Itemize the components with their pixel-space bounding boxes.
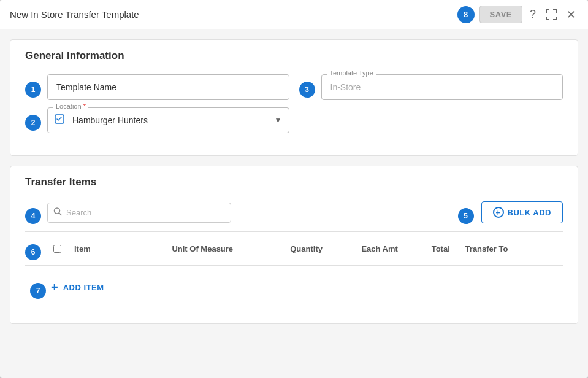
modal: New In Store Transfer Template 8 SAVE ? … bbox=[0, 0, 588, 378]
th-each-amt: Each Amt bbox=[343, 244, 416, 253]
step-2-badge: 2 bbox=[25, 115, 41, 131]
search-bulk-row: 4 5 + BULK A bbox=[25, 201, 563, 224]
step-7-badge: 7 bbox=[30, 283, 46, 299]
select-all-checkbox[interactable] bbox=[53, 245, 61, 253]
modal-header: New In Store Transfer Template 8 SAVE ? … bbox=[0, 0, 588, 29]
transfer-items-section: Transfer Items 4 bbox=[10, 166, 578, 324]
add-item-plus-icon: + bbox=[51, 280, 58, 295]
template-type-input[interactable] bbox=[321, 74, 563, 100]
step-1-badge: 1 bbox=[25, 82, 41, 98]
step-5-badge: 5 bbox=[458, 208, 474, 224]
add-item-row: 7 + ADD ITEM bbox=[25, 266, 563, 309]
bulk-add-plus-icon: + bbox=[493, 207, 504, 218]
th-transfer-to: Transfer To bbox=[465, 244, 563, 253]
help-button[interactable]: ? bbox=[527, 6, 538, 23]
search-with-step: 4 bbox=[25, 201, 231, 224]
location-field: Location Hamburger Hunters bbox=[47, 107, 289, 133]
save-button[interactable]: SAVE bbox=[479, 6, 522, 23]
template-type-wrapper: 3 Template Type bbox=[299, 74, 563, 100]
step-6-badge: 6 bbox=[25, 244, 41, 260]
step-4-badge: 4 bbox=[25, 208, 41, 224]
modal-title: New In Store Transfer Template bbox=[10, 9, 139, 20]
general-info-section: General Information 1 3 Template Type bbox=[10, 39, 578, 156]
location-wrapper: 2 Location Hamburger Hunters bbox=[25, 107, 289, 133]
close-button[interactable]: ✕ bbox=[564, 6, 578, 24]
search-icon bbox=[53, 207, 62, 218]
template-type-label: Template Type bbox=[327, 69, 376, 77]
th-unit-of-measure: Unit Of Measure bbox=[172, 244, 269, 253]
svg-line-2 bbox=[59, 213, 62, 215]
th-quantity: Quantity bbox=[270, 244, 343, 253]
template-type-field: Template Type bbox=[321, 74, 563, 100]
th-item: Item bbox=[74, 244, 172, 253]
template-name-input[interactable] bbox=[47, 74, 289, 100]
close-icon: ✕ bbox=[567, 8, 576, 21]
transfer-items-title: Transfer Items bbox=[25, 176, 563, 188]
header-actions: 8 SAVE ? ✕ bbox=[457, 6, 578, 24]
search-actions: 5 + BULK ADD bbox=[458, 201, 563, 224]
modal-body: General Information 1 3 Template Type bbox=[0, 29, 588, 378]
table-header: 6 Item Unit Of Measure Quantity Each Amt… bbox=[25, 231, 563, 266]
location-row: 2 Location Hamburger Hunters bbox=[25, 107, 563, 133]
search-wrapper bbox=[47, 202, 231, 223]
step6-check-wrapper: 6 bbox=[25, 237, 74, 260]
step-badge-8: 8 bbox=[457, 6, 475, 23]
fullscreen-icon bbox=[546, 9, 557, 20]
th-checkbox-col bbox=[45, 245, 69, 253]
search-input[interactable] bbox=[47, 202, 231, 223]
add-item-label[interactable]: ADD ITEM bbox=[63, 283, 104, 292]
step-3-badge: 3 bbox=[299, 82, 315, 98]
template-name-wrapper: 1 bbox=[25, 74, 289, 100]
help-icon: ? bbox=[530, 8, 536, 21]
location-select-wrapper: Hamburger Hunters ▼ bbox=[47, 107, 289, 133]
location-edit-icon bbox=[55, 114, 64, 126]
template-name-field bbox=[47, 74, 289, 100]
general-info-title: General Information bbox=[25, 50, 563, 62]
th-total: Total bbox=[416, 244, 465, 253]
template-name-type-row: 1 3 Template Type bbox=[25, 74, 563, 100]
bulk-add-button[interactable]: + BULK ADD bbox=[481, 201, 563, 223]
fullscreen-button[interactable] bbox=[543, 7, 559, 23]
bulk-add-label: BULK ADD bbox=[508, 208, 551, 217]
location-label: Location bbox=[53, 102, 88, 110]
location-select[interactable]: Hamburger Hunters bbox=[47, 107, 289, 133]
add-item-plus-button[interactable]: + bbox=[51, 280, 58, 295]
